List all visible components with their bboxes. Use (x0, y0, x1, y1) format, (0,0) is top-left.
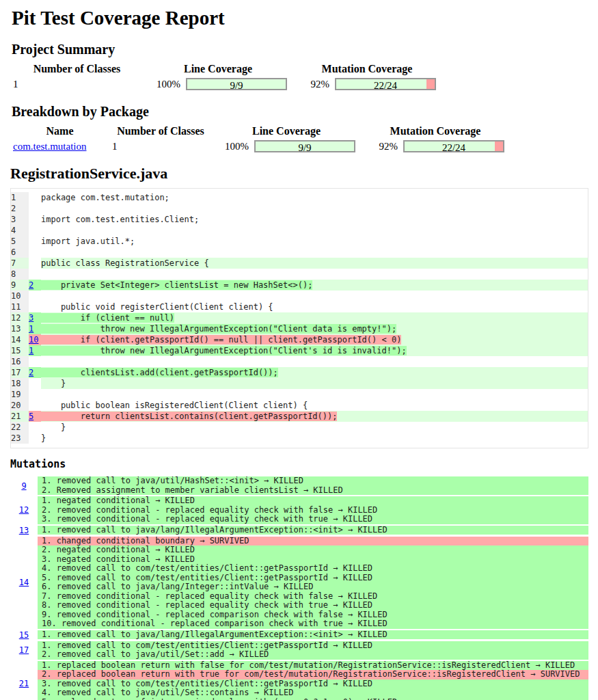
source-line-14: 1410 if (client.getPassportId() == null … (11, 334, 588, 345)
line-number: 14 (11, 334, 29, 345)
line-coverage-percent: 100% (144, 77, 183, 92)
mutation-line-link[interactable]: 9 (21, 481, 26, 491)
mutation-item: 1. changed conditional boundary → SURVIV… (38, 537, 588, 546)
mutation-count-cell (29, 225, 41, 236)
line-number: 20 (11, 400, 29, 411)
project-summary-table: Number of Classes Line Coverage Mutation… (10, 62, 441, 92)
mutation-line-cell: 12 (10, 505, 38, 515)
mutations-section: Mutations 91. removed call to java/util/… (10, 458, 588, 700)
mutation-count-cell: 5 (29, 411, 41, 422)
mutation-count-cell: 1 (29, 323, 41, 334)
line-number: 6 (11, 247, 29, 258)
mutation-item: 2. replaced boolean return with true for… (38, 670, 588, 679)
mutation-count-cell (29, 236, 41, 247)
mutation-line-cell: 9 (10, 481, 38, 491)
mutation-count-link[interactable]: 5 (29, 412, 33, 421)
col-header-line-coverage: Line Coverage (144, 62, 293, 77)
package-link[interactable]: com.test.mutation (13, 141, 86, 152)
mutation-count-link[interactable]: 10 (29, 335, 38, 345)
source-line-12: 123 if (client == null) (11, 312, 588, 323)
mutation-item: 4. removed call to com/test/entities/Cli… (38, 564, 588, 574)
code-cell: package com.test.mutation; (41, 192, 588, 203)
mutation-count-link[interactable]: 2 (29, 368, 33, 377)
mutated-code-span: throw new IllegalArgumentException("Clie… (41, 346, 407, 355)
source-line-15: 151 throw new IllegalArgumentException("… (11, 345, 588, 356)
package-breakdown-heading: Breakdown by Package (12, 104, 588, 120)
mutations-table: 91. removed call to java/util/HashSet::<… (10, 476, 588, 700)
mutation-item: 8. removed conditional - replaced equali… (38, 601, 588, 610)
code-cell: public boolean isRegisteredClient(Client… (41, 400, 588, 411)
mutation-count-link[interactable]: 1 (29, 324, 33, 334)
code-cell: if (client == null) (41, 312, 588, 323)
code-cell (41, 291, 588, 301)
mutation-item: 5. removed call to com/test/entities/Cli… (38, 574, 588, 583)
source-line-5: 5import java.util.*; (11, 236, 588, 247)
mutation-line-cell: 17 (10, 645, 38, 655)
line-coverage-ratio: 9/9 (230, 80, 243, 91)
mutation-line-link[interactable]: 13 (19, 526, 29, 535)
line-number: 15 (11, 345, 29, 356)
mutation-item: 1. removed call to java/lang/IllegalArgu… (38, 526, 588, 535)
mutation-item: 2. negated conditional → KILLED (38, 546, 588, 555)
mutation-count-cell (29, 422, 41, 433)
source-line-21: 215 return clientsList.contains(client.g… (11, 411, 588, 422)
mutation-line-cell: 15 (10, 630, 38, 640)
code-cell (41, 356, 588, 367)
line-number: 3 (11, 214, 29, 225)
class-file-title: RegistrationService.java (10, 165, 588, 183)
line-number: 5 (11, 236, 29, 247)
line-number: 13 (11, 323, 29, 334)
mutation-item: 9. removed conditional - replaced compar… (38, 610, 588, 620)
line-coverage-bar: 9/9 (186, 78, 287, 90)
source-line-2: 2 (11, 203, 588, 214)
source-line-4: 4 (11, 225, 588, 236)
line-number: 2 (11, 203, 29, 214)
col-header-number-of-classes: Number of Classes (10, 62, 144, 77)
code-cell: clientsList.add(client.getPassportId()); (41, 367, 588, 378)
mutation-coverage-ratio: 22/24 (374, 80, 397, 91)
mutation-count-cell (29, 291, 41, 301)
mutation-item: 2. removed call to java/util/Set::add → … (38, 650, 588, 660)
code-cell: import java.util.*; (41, 236, 588, 247)
source-line-13: 131 throw new IllegalArgumentException("… (11, 323, 588, 334)
code-cell: throw new IllegalArgumentException("Clie… (41, 323, 588, 334)
mutation-count-link[interactable]: 2 (29, 280, 33, 290)
mutation-group-line-12: 121. negated conditional → KILLED2. remo… (10, 496, 588, 524)
line-number: 22 (11, 422, 29, 433)
col-header-mutation-coverage: Mutation Coverage (361, 124, 510, 139)
mutation-count-cell (29, 378, 41, 389)
mutated-code-span: if (client == null) (41, 313, 174, 323)
mutation-line-link[interactable]: 17 (19, 645, 29, 655)
code-cell: throw new IllegalArgumentException("Clie… (41, 345, 588, 356)
mutation-line-link[interactable]: 15 (19, 630, 29, 640)
mutation-count-link[interactable]: 3 (29, 313, 33, 323)
mutation-group-line-21: 211. replaced boolean return with false … (10, 661, 588, 700)
line-number: 7 (11, 258, 29, 269)
mutation-count-cell: 1 (29, 345, 41, 356)
coverage-bar-uncovered-segment (495, 142, 503, 151)
mutation-count-cell: 10 (29, 334, 41, 345)
mutated-code-span: throw new IllegalArgumentException("Clie… (41, 324, 396, 334)
mutation-count-cell (29, 192, 41, 203)
mutation-item: 10. removed conditional - replaced compa… (38, 619, 588, 629)
source-code-box: 1package com.test.mutation;23import com.… (10, 188, 588, 448)
line-number: 18 (11, 378, 29, 389)
code-cell (41, 247, 588, 258)
mutation-group-line-14: 141. changed conditional boundary → SURV… (10, 537, 588, 629)
mutation-line-link[interactable]: 12 (19, 505, 29, 515)
source-line-10: 10 (11, 291, 588, 301)
coverage-bar-uncovered-segment (426, 79, 435, 89)
project-summary-section: Project Summary Number of Classes Line C… (10, 42, 588, 92)
mutation-line-cell: 13 (10, 526, 38, 535)
mutation-line-link[interactable]: 14 (19, 578, 29, 587)
mutation-item: 5. replaced return of integer sized valu… (38, 698, 588, 700)
number-of-classes-value: 1 (10, 77, 144, 92)
source-line-11: 11 public void registerClient(Client cli… (11, 301, 588, 312)
mutation-count-link[interactable]: 1 (29, 346, 33, 355)
source-section: RegistrationService.java 1package com.te… (10, 165, 588, 448)
line-number: 4 (11, 225, 29, 236)
mutation-line-cell: 14 (10, 578, 38, 587)
mutation-item: 6. removed call to java/lang/Integer::in… (38, 582, 588, 592)
mutation-line-link[interactable]: 21 (19, 679, 29, 688)
mutation-item: 3. removed conditional - replaced equali… (38, 515, 588, 524)
